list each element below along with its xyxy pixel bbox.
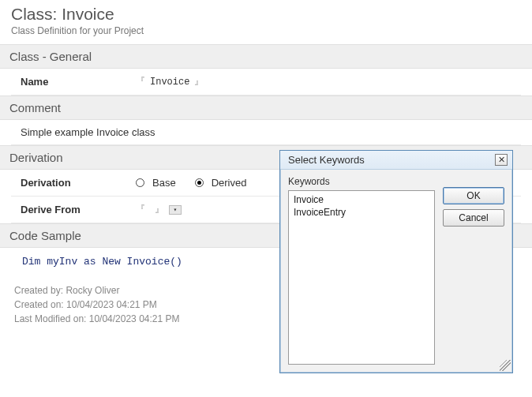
list-item[interactable]: Invoice [294,194,429,207]
resize-grip-icon[interactable] [500,360,511,371]
dialog-left: Keywords Invoice InvoiceEntry [288,176,435,365]
created-by-value: Rocky Oliver [66,285,119,296]
close-icon: ✕ [498,155,505,164]
row-name: Name 『Invoice』 [11,69,521,96]
keywords-label: Keywords [288,176,435,187]
close-button[interactable]: ✕ [495,154,508,166]
derivation-label: Derivation [11,177,136,189]
bracket-open-icon: 『 [136,203,145,216]
created-on-label: Created on: [14,299,64,310]
created-by-label: Created by: [14,285,63,296]
bracket-close-icon: 』 [194,75,204,88]
name-text: Invoice [150,77,189,88]
section-general-header: Class - General [0,44,532,69]
derivation-radios: Base Derived [136,177,260,189]
ok-button[interactable]: OK [443,187,504,204]
last-modified-label: Last Modified on: [14,313,86,324]
page-title: Class: Invoice [0,0,532,25]
radio-base-label[interactable]: Base [152,177,176,189]
derive-from-dropdown[interactable]: ▾ [169,205,182,215]
derive-from-value[interactable]: 『』 ▾ [136,203,182,216]
radio-derived-label[interactable]: Derived [212,177,247,189]
cancel-button[interactable]: Cancel [443,209,504,227]
keywords-listbox[interactable]: Invoice InvoiceEntry [288,190,435,365]
radio-derived[interactable] [195,178,204,187]
dialog-body: Keywords Invoice InvoiceEntry OK Cancel [280,170,512,373]
name-label: Name [11,76,136,88]
created-on-value: 10/04/2023 04:21 PM [66,299,157,310]
dialog-title-text: Select Keywords [288,154,365,166]
dialog-right: OK Cancel [443,176,504,365]
name-value[interactable]: 『Invoice』 [136,75,204,88]
comment-value[interactable]: Simple example Invoice class [11,120,521,145]
dialog-titlebar[interactable]: Select Keywords ✕ [280,151,512,170]
bracket-open-icon: 『 [136,75,145,88]
list-item[interactable]: InvoiceEntry [294,207,429,219]
page-subtitle: Class Definition for your Project [0,25,532,44]
radio-base[interactable] [136,178,144,187]
select-keywords-dialog: Select Keywords ✕ Keywords Invoice Invoi… [279,150,513,373]
section-comment-header: Comment [0,96,532,120]
derive-from-label: Derive From [11,204,136,215]
last-modified-value: 10/04/2023 04:21 PM [89,313,180,324]
bracket-close-icon: 』 [155,203,164,216]
